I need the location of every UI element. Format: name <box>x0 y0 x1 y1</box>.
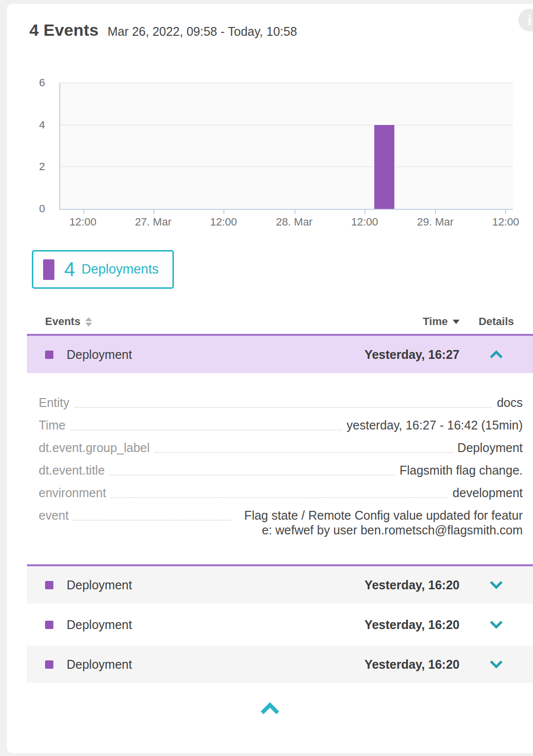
detail-row: dt.event.group_label Deployment <box>39 440 523 455</box>
gridline <box>60 125 513 126</box>
dotted-leader <box>110 463 395 476</box>
chevron-down-icon[interactable] <box>488 620 504 630</box>
page-title: 4 Events <box>29 21 98 40</box>
expanded-event-group: Deployment Yesterday, 16:27 Entity docs … <box>27 334 533 566</box>
x-tick-mark <box>505 209 506 214</box>
detail-label: dt.event.group_label <box>39 440 150 455</box>
detail-row: event Flag state / Remote Config value u… <box>39 508 523 537</box>
dotted-leader <box>155 440 453 453</box>
deployment-marker-icon <box>45 660 53 669</box>
events-chart: 0246 12:0027. Mar12:0028. Mar12:0029. Ma… <box>7 83 533 235</box>
column-header-time[interactable]: Time <box>423 315 460 328</box>
chevron-up-icon[interactable] <box>259 701 281 715</box>
collapse-control[interactable] <box>460 350 533 359</box>
event-time-label: Yesterday, 16:27 <box>364 348 460 362</box>
detail-value: Flag state / Remote Config value updated… <box>236 508 523 537</box>
x-axis-labels: 12:0027. Mar12:0028. Mar12:0029. Mar12:0… <box>59 216 513 230</box>
event-type-label: Deployment <box>67 618 364 632</box>
event-type-label: Deployment <box>67 348 364 362</box>
table-row[interactable]: Deployment Yesterday, 16:27 <box>27 336 533 373</box>
event-time-label: Yesterday, 16:20 <box>364 657 460 672</box>
sort-icon[interactable] <box>85 317 92 327</box>
detail-row: Time yesterday, 16:27 - 16:42 (15min) <box>39 418 523 432</box>
x-tick-mark <box>83 209 84 214</box>
panel-header: 4 Events Mar 26, 2022, 09:58 - Today, 10… <box>7 4 533 40</box>
column-header-details: Details <box>460 315 533 328</box>
deployment-marker-icon <box>45 351 53 359</box>
gridline <box>60 82 513 83</box>
gridline <box>60 166 513 167</box>
detail-value: Flagsmith flag change. <box>399 463 523 478</box>
x-tick-label: 12:00 <box>492 216 519 228</box>
y-tick-label: 2 <box>39 160 45 173</box>
dotted-leader <box>73 508 231 521</box>
deployment-marker-icon <box>45 621 53 629</box>
event-time-label: Yesterday, 16:20 <box>364 578 460 592</box>
expand-control[interactable] <box>460 620 533 630</box>
legend-deployments[interactable]: 4 Deployments <box>32 250 174 289</box>
table-header: Events Time Details <box>27 309 533 334</box>
deployments-swatch-icon <box>43 259 54 280</box>
detail-row: environment development <box>39 485 523 500</box>
x-tick-mark <box>294 209 295 214</box>
event-details: Entity docs Time yesterday, 16:27 - 16:4… <box>27 373 533 564</box>
event-type-label: Deployment <box>67 578 364 592</box>
y-tick-label: 6 <box>39 76 45 89</box>
legend-count: 4 <box>64 258 75 280</box>
table-row[interactable]: Deployment Yesterday, 16:20 <box>27 646 533 683</box>
detail-row: Entity docs <box>39 395 523 410</box>
chevron-up-icon[interactable] <box>488 350 504 359</box>
y-axis-labels: 0246 <box>7 83 52 209</box>
x-tick-mark <box>435 209 436 214</box>
table-row[interactable]: Deployment Yesterday, 16:20 <box>27 566 533 604</box>
dotted-leader <box>71 418 342 430</box>
detail-row: dt.event.title Flagsmith flag change. <box>39 463 523 478</box>
x-tick-label: 27. Mar <box>135 216 171 228</box>
expand-control[interactable] <box>460 659 533 669</box>
sort-desc-icon <box>453 320 460 324</box>
timeframe-label: Mar 26, 2022, 09:58 - Today, 10:58 <box>107 25 297 39</box>
y-tick-label: 4 <box>39 119 45 131</box>
events-column-label: Events <box>45 315 80 328</box>
x-tick-label: 29. Mar <box>417 216 454 228</box>
x-tick-mark <box>153 209 154 214</box>
x-tick-label: 12:00 <box>210 216 237 228</box>
detail-value: yesterday, 16:27 - 16:42 (15min) <box>347 418 523 432</box>
table-row[interactable]: Deployment Yesterday, 16:20 <box>27 606 533 643</box>
event-time-label: Yesterday, 16:20 <box>364 618 460 632</box>
detail-label: environment <box>39 485 106 500</box>
detail-label: event <box>39 508 69 523</box>
detail-value: docs <box>497 395 523 410</box>
detail-value: development <box>453 485 523 500</box>
events-table: Events Time Details Deployment Yesterday… <box>27 309 533 683</box>
chart-plot <box>59 83 513 210</box>
dotted-leader <box>111 485 448 498</box>
deployment-marker-icon <box>45 581 53 589</box>
collapsed-event-rows: Deployment Yesterday, 16:20 Deployment Y… <box>27 566 533 683</box>
y-tick-label: 0 <box>39 202 45 215</box>
details-column-label: Details <box>479 315 514 328</box>
detail-value: Deployment <box>458 440 523 455</box>
events-panel: i 4 Events Mar 26, 2022, 09:58 - Today, … <box>7 4 533 753</box>
event-type-label: Deployment <box>67 657 364 672</box>
x-tick-label: 12:00 <box>70 216 97 228</box>
dotted-leader <box>74 395 492 408</box>
legend-label: Deployments <box>81 262 159 277</box>
detail-label: Time <box>39 418 66 432</box>
time-column-label: Time <box>423 315 448 328</box>
detail-label: Entity <box>39 395 70 410</box>
x-tick-mark <box>364 209 365 214</box>
chevron-down-icon[interactable] <box>488 659 504 669</box>
x-tick-label: 12:00 <box>351 216 378 228</box>
x-tick-mark <box>223 209 224 214</box>
chart-bar[interactable] <box>374 125 394 209</box>
column-header-events[interactable]: Events <box>45 315 423 328</box>
chevron-down-icon[interactable] <box>488 580 504 590</box>
detail-label: dt.event.title <box>39 463 105 478</box>
x-tick-label: 28. Mar <box>276 216 313 228</box>
expand-control[interactable] <box>460 580 533 590</box>
panel-collapse-control[interactable] <box>7 701 533 715</box>
